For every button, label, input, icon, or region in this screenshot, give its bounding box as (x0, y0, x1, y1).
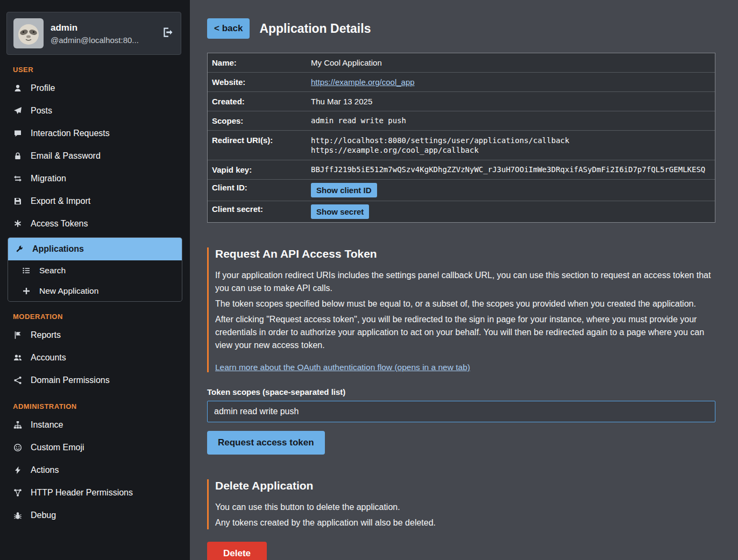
sidebar-item-domain-permissions[interactable]: Domain Permissions (0, 369, 190, 392)
sidebar-item-email-password[interactable]: Email & Password (0, 145, 190, 167)
sidebar-item-label: Actions (31, 465, 59, 475)
sidebar-item-label: Email & Password (31, 151, 101, 161)
details-row: Scopes:admin read write push (208, 111, 715, 131)
sidebar-item-label: Export & Import (31, 196, 90, 206)
smiley-icon (13, 443, 23, 452)
details-row: Vapid key:BBJffJ219b5iE512m7wQSzv4KgKDhg… (208, 160, 715, 180)
sidebar-item-migration[interactable]: Migration (0, 167, 190, 190)
plus-icon (22, 287, 31, 295)
details-row-value: Show secret (307, 201, 715, 222)
sidebar-item-debug[interactable]: Debug (0, 504, 190, 527)
token-section-paragraph: The token scopes specified below must be… (215, 297, 715, 310)
sidebar-item-label: Migration (31, 174, 66, 183)
sidebar-item-actions[interactable]: Actions (0, 459, 190, 481)
lock-icon (13, 152, 23, 160)
sitemap-icon (13, 421, 23, 429)
share-nodes-icon (13, 376, 23, 385)
bolt-icon (13, 466, 23, 474)
details-row: Created:Thu Mar 13 2025 (208, 92, 715, 111)
sidebar-item-http-header-permissions[interactable]: HTTP Header Permissions (0, 481, 190, 504)
asterisk-icon (13, 219, 23, 228)
bug-icon (13, 511, 23, 520)
token-section-paragraph: If your application redirect URIs includ… (215, 269, 715, 295)
details-row: Website:https://example.org/cool_app (208, 73, 715, 92)
details-row-value: BBJffJ219b5iE512m7wQSzv4KgKDhgZZVzNyWC_r… (307, 160, 715, 179)
sidebar-item-label: Debug (31, 511, 56, 520)
users-icon (13, 353, 23, 362)
sidebar-item-posts[interactable]: Posts (0, 100, 190, 122)
sidebar-section-header: USER (13, 66, 190, 74)
details-table: Name:My Cool ApplicationWebsite:https://… (207, 53, 715, 223)
sidebar-item-label: Access Tokens (31, 219, 88, 229)
sidebar-item-label: Profile (31, 83, 55, 93)
sidebar-item-label: Domain Permissions (31, 375, 110, 385)
sidebar-item-export-import[interactable]: Export & Import (0, 190, 190, 212)
sidebar-item-label: Interaction Requests (31, 129, 110, 138)
main-content: < back Application Details Name:My Cool … (190, 0, 738, 560)
sidebar-subitem-new-application[interactable]: New Application (8, 281, 182, 301)
sidebar-subitem-search[interactable]: Search (8, 260, 182, 281)
floppy-disk-icon (13, 197, 23, 205)
sidebar-item-interaction-requests[interactable]: Interaction Requests (0, 122, 190, 145)
list-icon (22, 266, 31, 275)
user-name: admin (51, 23, 139, 33)
details-row-label: Client secret: (208, 201, 307, 222)
sidebar-item-access-tokens[interactable]: Access Tokens (0, 212, 190, 235)
user-card[interactable]: admin @admin@localhost:80... (6, 12, 181, 55)
token-scopes-input[interactable] (207, 401, 715, 422)
sidebar-nav: USERProfilePostsInteraction RequestsEmai… (0, 66, 190, 527)
delete-section-title: Delete Application (215, 479, 715, 492)
sidebar-item-label: Instance (31, 420, 63, 430)
sidebar-section-header: ADMINISTRATION (13, 402, 190, 410)
logout-icon[interactable] (163, 27, 174, 40)
sidebar-item-label: Posts (31, 106, 52, 116)
details-row-label: Vapid key: (208, 160, 307, 179)
show-secret-button[interactable]: Show secret (311, 204, 369, 219)
delete-section-line: Any tokens created by the application wi… (215, 516, 715, 529)
details-row-label: Client ID: (208, 180, 307, 201)
sidebar: admin @admin@localhost:80... USERProfile… (0, 0, 190, 560)
sidebar-item-custom-emoji[interactable]: Custom Emoji (0, 436, 190, 459)
page-title: Application Details (259, 22, 371, 36)
network-nodes-icon (13, 488, 23, 497)
sidebar-item-reports[interactable]: Reports (0, 324, 190, 346)
details-row-label: Created: (208, 92, 307, 111)
sidebar-subitem-label: Search (39, 266, 66, 275)
delete-application-button[interactable]: Delete (207, 542, 267, 560)
avatar (13, 18, 44, 48)
token-section-title: Request An API Access Token (215, 247, 715, 260)
sidebar-item-label: Reports (31, 330, 61, 340)
sidebar-item-instance[interactable]: Instance (0, 414, 190, 436)
transfer-arrows-icon (13, 174, 23, 183)
token-section: Request An API Access Token If your appl… (207, 247, 715, 372)
details-row-value: admin read write push (307, 111, 715, 130)
sidebar-group-applications: ApplicationsSearchNew Application (8, 237, 182, 302)
details-row-value: https://example.org/cool_app (307, 73, 715, 91)
token-scopes-label: Token scopes (space-separated list) (207, 387, 715, 396)
back-button[interactable]: < back (207, 18, 250, 39)
user-handle: @admin@localhost:80... (51, 36, 139, 45)
details-row: Name:My Cool Application (208, 53, 715, 73)
comment-icon (13, 129, 23, 138)
details-row-label: Scopes: (208, 111, 307, 130)
request-access-token-button[interactable]: Request access token (207, 431, 325, 455)
show-client-id-button[interactable]: Show client ID (311, 183, 377, 197)
sidebar-item-applications[interactable]: Applications (8, 238, 182, 260)
details-row-value: My Cool Application (307, 53, 715, 72)
details-row-value: http://localhost:8080/settings/user/appl… (307, 131, 715, 160)
website-link[interactable]: https://example.org/cool_app (311, 77, 415, 87)
details-row-value: Thu Mar 13 2025 (307, 92, 715, 111)
page-header: < back Application Details (207, 18, 715, 39)
delete-section-line: You can use this button to delete the ap… (215, 501, 715, 514)
details-row-label: Redirect URI(s): (208, 131, 307, 160)
user-icon (13, 84, 23, 93)
sidebar-item-profile[interactable]: Profile (0, 77, 190, 100)
details-row-label: Website: (208, 73, 307, 91)
sidebar-subitem-label: New Application (39, 286, 98, 296)
sidebar-section-header: MODERATION (13, 313, 190, 321)
oauth-docs-link[interactable]: Learn more about the OAuth authenticatio… (215, 363, 470, 372)
sidebar-item-accounts[interactable]: Accounts (0, 346, 190, 369)
paper-plane-icon (13, 107, 23, 115)
tools-icon (15, 245, 24, 253)
sidebar-item-label: Custom Emoji (31, 443, 84, 452)
